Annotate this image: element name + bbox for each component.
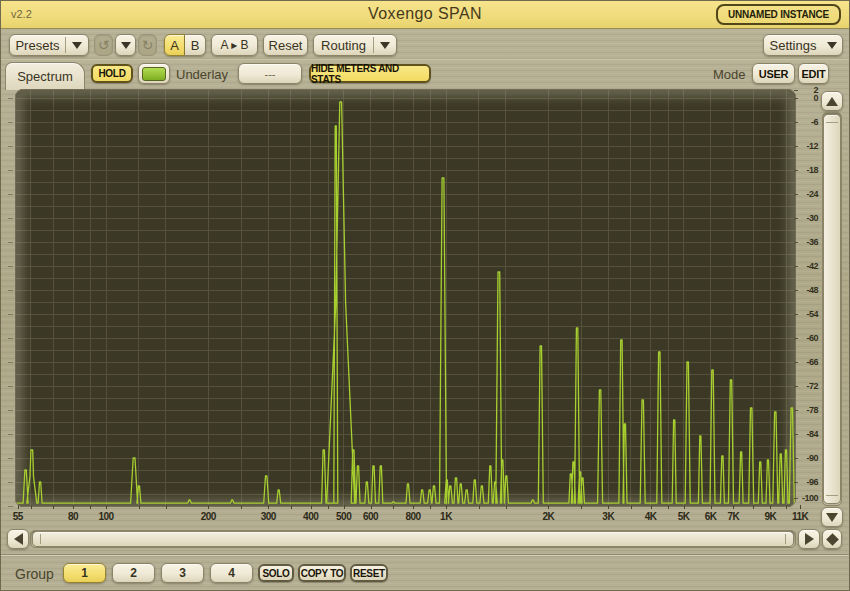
routing-button[interactable]: Routing bbox=[313, 34, 397, 56]
left-db-dash bbox=[8, 482, 13, 483]
color-swatch-icon bbox=[142, 67, 166, 81]
copy-to-button[interactable]: COPY TO bbox=[298, 564, 346, 582]
freq-tick bbox=[753, 505, 754, 509]
frequency-scale: 55801002003004005006008001K2K3K4K5K6K7K9… bbox=[1, 505, 821, 527]
arrow-left-icon bbox=[14, 533, 23, 545]
freq-tick bbox=[31, 505, 32, 509]
mode-user-button[interactable]: USER bbox=[752, 63, 795, 84]
arrow-up-icon bbox=[826, 97, 838, 106]
arrow-right-icon bbox=[805, 533, 814, 545]
db-tick bbox=[794, 434, 798, 435]
db-tick bbox=[794, 90, 798, 91]
scroll-down-button[interactable] bbox=[821, 507, 843, 527]
freq-tick bbox=[581, 505, 582, 509]
db-tick bbox=[794, 410, 798, 411]
undo-button[interactable]: ↺ bbox=[94, 34, 113, 56]
db-tick bbox=[794, 122, 798, 123]
tab-spectrum[interactable]: Spectrum bbox=[5, 62, 85, 90]
scroll-reset-button[interactable] bbox=[822, 529, 842, 549]
freq-label: 11K bbox=[792, 511, 808, 522]
routing-dropdown-icon[interactable] bbox=[374, 42, 396, 49]
freq-tick bbox=[770, 505, 771, 509]
mode-edit-button[interactable]: EDIT bbox=[798, 63, 829, 84]
freq-tick bbox=[208, 505, 209, 509]
group-button-4[interactable]: 4 bbox=[210, 563, 253, 583]
freq-label: 300 bbox=[261, 511, 276, 522]
freq-tick bbox=[328, 505, 329, 509]
mode-user-label: USER bbox=[759, 68, 788, 80]
freq-tick bbox=[733, 505, 734, 509]
redo-icon: ↻ bbox=[142, 38, 154, 52]
db-tick bbox=[794, 146, 798, 147]
freq-label: 9K bbox=[765, 511, 777, 522]
routing-label: Routing bbox=[314, 38, 373, 53]
freq-tick bbox=[631, 505, 632, 509]
solo-label: SOLO bbox=[262, 568, 289, 579]
horizontal-scroll-thumb[interactable] bbox=[32, 531, 794, 547]
underlay-select[interactable]: --- bbox=[238, 63, 302, 84]
group-button-3[interactable]: 3 bbox=[161, 563, 204, 583]
left-db-dash bbox=[8, 122, 13, 123]
freq-label: 500 bbox=[336, 511, 351, 522]
db-label: -18 bbox=[806, 165, 818, 175]
a-to-b-copy-button[interactable]: A ▸ B bbox=[211, 34, 258, 56]
freq-tick bbox=[548, 505, 549, 509]
redo-button[interactable]: ↻ bbox=[138, 34, 157, 56]
freq-tick bbox=[413, 505, 414, 509]
freq-tick bbox=[479, 505, 480, 509]
scroll-up-button[interactable] bbox=[821, 91, 843, 111]
instance-name-button[interactable]: UNNAMED INSTANCE bbox=[716, 4, 841, 25]
group-reset-button[interactable]: RESET bbox=[350, 564, 388, 582]
db-label: -36 bbox=[806, 237, 818, 247]
ab-toggle-a[interactable]: A bbox=[164, 34, 185, 56]
hide-meters-button[interactable]: HIDE METERS AND STATS bbox=[309, 64, 431, 83]
freq-tick bbox=[506, 505, 507, 509]
freq-tick bbox=[371, 505, 372, 509]
db-tick bbox=[794, 266, 798, 267]
db-tick bbox=[794, 482, 798, 483]
db-label: -30 bbox=[806, 213, 818, 223]
history-dropdown-button[interactable] bbox=[115, 34, 136, 56]
left-db-dash bbox=[8, 242, 13, 243]
settings-button[interactable]: Settings bbox=[763, 34, 843, 56]
freq-label: 1K bbox=[440, 511, 452, 522]
group-button-2[interactable]: 2 bbox=[112, 563, 155, 583]
scroll-right-button[interactable] bbox=[798, 529, 820, 549]
solo-button[interactable]: SOLO bbox=[258, 564, 294, 582]
hold-button[interactable]: HOLD bbox=[91, 64, 133, 83]
freq-label: 600 bbox=[363, 511, 378, 522]
db-label: -78 bbox=[806, 405, 818, 415]
left-db-dash bbox=[8, 362, 13, 363]
db-label: -48 bbox=[806, 285, 818, 295]
freq-tick bbox=[344, 505, 345, 509]
vertical-scroll-thumb[interactable] bbox=[823, 114, 841, 504]
freq-tick bbox=[786, 505, 787, 509]
reset-button[interactable]: Reset bbox=[263, 34, 308, 56]
presets-dropdown-icon[interactable] bbox=[66, 42, 88, 49]
freq-tick bbox=[268, 505, 269, 509]
spectrum-plot[interactable] bbox=[15, 89, 796, 507]
chevron-down-icon bbox=[121, 42, 131, 49]
db-tick bbox=[794, 498, 798, 499]
scroll-left-button[interactable] bbox=[7, 529, 29, 549]
db-scale: 20-6-12-18-24-30-36-42-48-54-60-66-72-78… bbox=[793, 85, 821, 513]
freq-tick bbox=[106, 505, 107, 509]
freq-tick bbox=[608, 505, 609, 509]
db-label: 0 bbox=[813, 93, 818, 103]
freq-tick bbox=[446, 505, 447, 509]
group-button-1[interactable]: 1 bbox=[63, 563, 106, 583]
group-reset-label: RESET bbox=[353, 568, 385, 579]
db-label: -60 bbox=[806, 333, 818, 343]
db-tick bbox=[794, 314, 798, 315]
spectrum-color-swatch[interactable] bbox=[138, 63, 170, 84]
presets-button[interactable]: Presets bbox=[9, 34, 89, 56]
ab-toggle-b[interactable]: B bbox=[185, 34, 206, 56]
underlay-value: --- bbox=[265, 68, 276, 80]
db-label: -66 bbox=[806, 357, 818, 367]
presets-label: Presets bbox=[10, 38, 65, 53]
settings-dropdown-icon[interactable] bbox=[822, 42, 842, 49]
db-label: -100 bbox=[802, 493, 818, 503]
left-db-dash bbox=[8, 194, 13, 195]
freq-tick bbox=[711, 505, 712, 509]
group-row: Group 1234 SOLO COPY TO RESET LA, RB bbox=[1, 554, 849, 591]
